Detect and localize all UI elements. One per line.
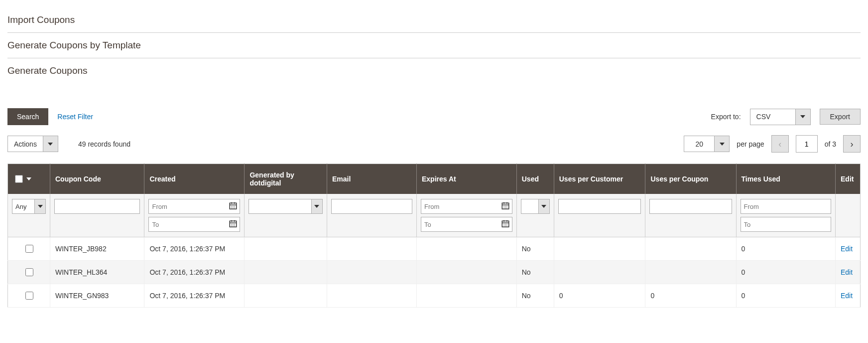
filter-created-to-input[interactable]	[148, 217, 240, 232]
svg-point-19	[235, 225, 236, 226]
per-page-select[interactable]: 20	[684, 136, 730, 152]
svg-point-5	[233, 206, 234, 207]
table-row: WINTER_GN983 Oct 7, 2016, 1:26:37 PM No …	[8, 284, 861, 308]
cell-coupon-code: WINTER_JB982	[50, 237, 144, 261]
cell-uses-per-coupon: 0	[645, 284, 736, 308]
svg-point-18	[233, 225, 234, 226]
section-generate-coupons[interactable]: Generate Coupons	[7, 58, 861, 83]
cell-created: Oct 7, 2016, 1:26:37 PM	[144, 284, 245, 308]
current-page-input[interactable]	[796, 135, 818, 153]
filter-uses-per-coupon-input[interactable]	[649, 199, 732, 214]
filter-expires-to-input[interactable]	[421, 217, 512, 232]
column-header-uses-per-coupon[interactable]: Uses per Coupon	[645, 164, 736, 194]
cell-email	[327, 284, 416, 308]
filter-times-used-from-input[interactable]	[741, 199, 831, 214]
svg-point-24	[503, 206, 504, 207]
chevron-left-icon: ‹	[778, 140, 781, 149]
export-button[interactable]: Export	[820, 109, 861, 125]
svg-point-39	[506, 225, 507, 226]
cell-times-used: 0	[736, 237, 835, 261]
svg-point-38	[505, 225, 506, 226]
chevron-down-icon[interactable]	[34, 199, 45, 213]
per-page-value: 20	[684, 136, 714, 152]
section-generate-by-template[interactable]: Generate Coupons by Template	[7, 33, 861, 58]
svg-point-26	[506, 206, 507, 207]
filter-used-select[interactable]	[521, 199, 550, 214]
select-all-checkbox[interactable]	[15, 175, 23, 183]
row-checkbox[interactable]	[25, 292, 33, 300]
svg-point-27	[503, 207, 504, 208]
column-header-generated-by[interactable]: Generated by dotdigital	[245, 164, 327, 194]
filter-expires-from-input[interactable]	[421, 199, 512, 214]
svg-point-37	[503, 225, 504, 226]
filter-times-used-to-input[interactable]	[741, 217, 831, 232]
svg-point-7	[232, 207, 233, 208]
calendar-icon[interactable]	[501, 201, 510, 212]
chevron-down-icon[interactable]	[714, 136, 729, 152]
section-import-coupons[interactable]: Import Coupons	[7, 7, 861, 33]
table-row: WINTER_JB982 Oct 7, 2016, 1:26:37 PM No …	[8, 237, 861, 261]
column-header-checkbox[interactable]	[8, 164, 50, 194]
records-found-label: 49 records found	[78, 140, 130, 148]
cell-expires	[416, 237, 516, 261]
cell-created: Oct 7, 2016, 1:26:37 PM	[144, 237, 245, 261]
svg-point-6	[235, 206, 236, 207]
chevron-down-icon[interactable]	[311, 199, 322, 213]
svg-point-9	[235, 207, 236, 208]
table-header-row: Coupon Code Created Generated by dotdigi…	[8, 164, 861, 194]
row-checkbox[interactable]	[25, 245, 33, 253]
edit-link[interactable]: Edit	[841, 245, 853, 253]
chevron-right-icon: ›	[851, 140, 854, 149]
column-header-coupon-code[interactable]: Coupon Code	[50, 164, 144, 194]
column-header-email[interactable]: Email	[327, 164, 416, 194]
chevron-down-icon[interactable]	[538, 199, 549, 213]
next-page-button[interactable]: ›	[843, 135, 861, 153]
cell-times-used: 0	[736, 261, 835, 284]
calendar-icon[interactable]	[501, 219, 510, 230]
cell-email	[327, 261, 416, 284]
edit-link[interactable]: Edit	[841, 292, 853, 300]
cell-expires	[416, 261, 516, 284]
filter-used-value	[521, 199, 538, 213]
column-header-edit: Edit	[836, 164, 861, 194]
column-header-created[interactable]: Created	[144, 164, 245, 194]
actions-select[interactable]: Actions	[7, 136, 58, 152]
chevron-down-icon[interactable]	[43, 136, 58, 152]
filter-email-input[interactable]	[331, 199, 412, 214]
edit-link[interactable]: Edit	[841, 268, 853, 276]
actions-select-value: Actions	[8, 136, 43, 152]
chevron-down-icon[interactable]	[795, 109, 810, 125]
filter-uses-per-customer-input[interactable]	[558, 199, 641, 214]
cell-expires	[416, 284, 516, 308]
prev-page-button[interactable]: ‹	[771, 135, 789, 153]
svg-point-14	[232, 224, 233, 225]
row-checkbox[interactable]	[25, 268, 33, 276]
export-format-select[interactable]: CSV	[750, 109, 811, 125]
calendar-icon[interactable]	[229, 201, 238, 212]
svg-point-17	[232, 225, 233, 226]
column-header-times-used[interactable]: Times Used	[736, 164, 835, 194]
filter-select-any[interactable]: Any	[12, 199, 46, 214]
export-to-label: Export to:	[711, 113, 741, 121]
table-row: WINTER_HL364 Oct 7, 2016, 1:26:37 PM No …	[8, 261, 861, 284]
column-header-uses-per-customer[interactable]: Uses per Customer	[554, 164, 645, 194]
cell-coupon-code: WINTER_HL364	[50, 261, 144, 284]
cell-times-used: 0	[736, 284, 835, 308]
column-header-used[interactable]: Used	[516, 164, 554, 194]
svg-point-35	[505, 224, 506, 225]
search-button[interactable]: Search	[7, 108, 48, 125]
calendar-icon[interactable]	[229, 219, 238, 230]
filter-created-from-input[interactable]	[148, 199, 240, 214]
chevron-down-icon[interactable]	[26, 177, 31, 180]
svg-point-4	[232, 206, 233, 207]
svg-point-28	[505, 207, 506, 208]
cell-coupon-code: WINTER_GN983	[50, 284, 144, 308]
svg-point-29	[506, 207, 507, 208]
reset-filter-link[interactable]: Reset Filter	[57, 113, 93, 121]
cell-generated-by	[245, 237, 327, 261]
svg-point-16	[235, 224, 236, 225]
cell-uses-per-customer: 0	[554, 284, 645, 308]
filter-coupon-code-input[interactable]	[54, 199, 140, 214]
column-header-expires-at[interactable]: Expires At	[416, 164, 516, 194]
filter-generated-by-select[interactable]	[248, 199, 323, 214]
